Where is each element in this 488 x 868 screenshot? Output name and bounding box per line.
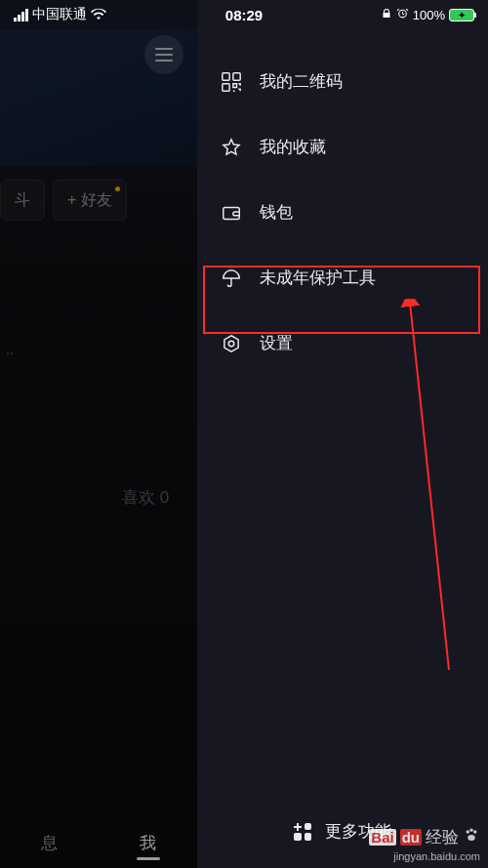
qrcode-icon — [221, 71, 242, 93]
tab-messages[interactable]: 息 — [41, 832, 58, 854]
svg-point-5 — [228, 341, 234, 347]
add-friend-label: + 好友 — [67, 190, 112, 211]
notification-dot-icon — [115, 186, 120, 191]
battery-icon: ✦ — [449, 9, 474, 21]
side-drawer: 我的二维码 我的收藏 钱包 未成年保护工具 设置 — [197, 0, 488, 868]
menu-settings[interactable]: 设置 — [197, 310, 488, 376]
menu-wallet[interactable]: 钱包 — [197, 180, 488, 245]
status-bar: 中国联通 08:29 100% ✦ — [0, 0, 488, 29]
menu-label: 钱包 — [260, 201, 293, 224]
battery-label: 100% — [413, 8, 445, 22]
grid-plus-icon — [294, 823, 311, 841]
ellipsis-text: .. — [6, 342, 14, 357]
menu-label: 我的收藏 — [260, 136, 326, 158]
menu-my-qrcode[interactable]: 我的二维码 — [197, 49, 488, 114]
pill-partial[interactable]: 斗 — [0, 180, 45, 221]
star-icon — [221, 137, 242, 158]
watermark-du: du — [400, 829, 422, 846]
bottom-tabs: 息 我 — [0, 832, 197, 854]
menu-label: 我的二维码 — [260, 70, 343, 93]
svg-point-7 — [467, 830, 469, 833]
pill-row: 斗 + 好友 — [0, 180, 127, 221]
menu-minor-protection[interactable]: 未成年保护工具 — [197, 245, 488, 310]
hamburger-button[interactable] — [144, 35, 183, 74]
settings-icon — [221, 333, 242, 354]
wallet-icon — [221, 202, 242, 224]
watermark: Baidu 经验 jingyan.baidu.com — [369, 826, 480, 862]
left-background-panel: 斗 + 好友 .. 喜欢 0 息 我 — [0, 0, 197, 868]
status-right: 100% ✦ — [381, 7, 474, 22]
wifi-icon — [91, 7, 106, 22]
status-left: 中国联通 — [14, 6, 106, 23]
drawer-menu: 我的二维码 我的收藏 钱包 未成年保护工具 设置 — [197, 49, 488, 376]
menu-label: 设置 — [260, 332, 293, 354]
svg-rect-2 — [233, 72, 240, 79]
watermark-brand: 经验 — [426, 826, 459, 848]
add-friend-button[interactable]: + 好友 — [53, 180, 127, 221]
alarm-icon — [396, 7, 409, 22]
pill-label: 斗 — [15, 190, 30, 211]
carrier-label: 中国联通 — [32, 6, 87, 23]
svg-point-10 — [468, 835, 475, 841]
svg-rect-1 — [223, 72, 229, 79]
signal-icon — [14, 9, 28, 21]
svg-rect-3 — [223, 83, 229, 90]
menu-label: 未成年保护工具 — [260, 267, 376, 289]
tab-me[interactable]: 我 — [140, 832, 156, 854]
svg-rect-4 — [224, 207, 240, 219]
lock-icon — [381, 8, 392, 22]
svg-point-9 — [473, 830, 476, 833]
umbrella-icon — [221, 268, 242, 289]
clock: 08:29 — [225, 7, 263, 23]
paw-icon — [463, 826, 480, 848]
svg-point-8 — [469, 828, 472, 831]
watermark-url: jingyan.baidu.com — [369, 850, 480, 862]
menu-my-favorites[interactable]: 我的收藏 — [197, 114, 488, 180]
watermark-bai: Bai — [369, 829, 395, 846]
likes-tab[interactable]: 喜欢 0 — [122, 486, 169, 509]
